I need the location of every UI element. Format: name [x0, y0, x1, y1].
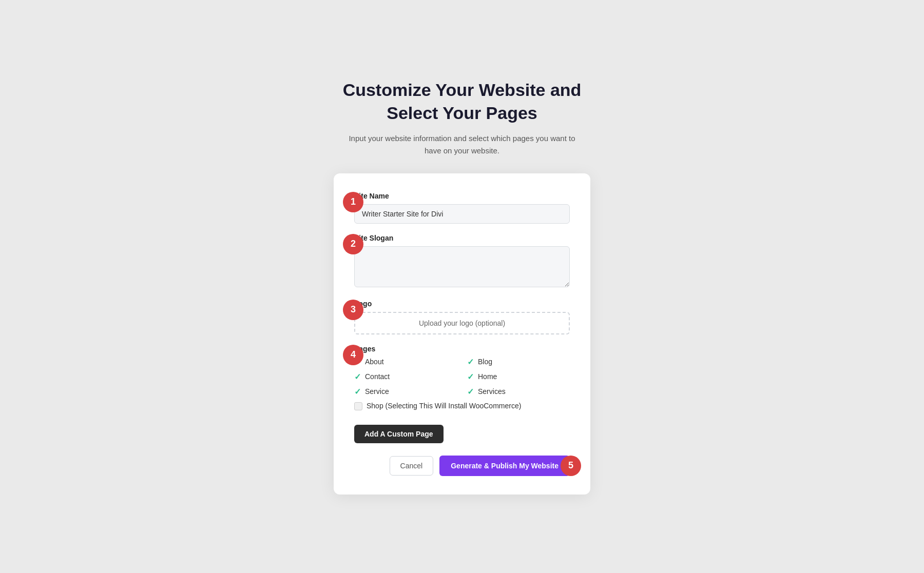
page-label-contact: Contact: [365, 372, 390, 381]
check-icon-home: ✓: [467, 372, 474, 382]
step-5-badge: 5: [561, 456, 581, 476]
check-icon-contact: ✓: [354, 372, 361, 382]
page-label-service: Service: [365, 387, 389, 396]
page-item-service[interactable]: ✓ Service: [354, 387, 457, 397]
form-footer: Cancel Generate & Publish My Website 5: [354, 456, 570, 476]
page-label-blog: Blog: [478, 358, 492, 366]
page-label-home: Home: [478, 372, 497, 381]
step-4-badge: 4: [343, 345, 363, 365]
page-item-contact[interactable]: ✓ Contact: [354, 372, 457, 382]
page-item-about[interactable]: ✓ About: [354, 357, 457, 367]
step-1-badge: 1: [343, 192, 363, 212]
logo-group: 3 Logo Upload your logo (optional): [354, 300, 570, 334]
page-label-shop: Shop (Selecting This Will Install WooCom…: [367, 402, 521, 410]
pages-section: 4 Pages ✓ About ✓ Blog ✓ Contact: [354, 345, 570, 410]
site-name-label: Site Name: [354, 192, 570, 200]
page-title: Customize Your Website and Select Your P…: [343, 78, 582, 124]
site-name-input[interactable]: [354, 204, 570, 224]
page-item-home[interactable]: ✓ Home: [467, 372, 570, 382]
add-custom-page-button[interactable]: Add A Custom Page: [354, 425, 444, 443]
site-slogan-group: 2 Site Slogan: [354, 234, 570, 289]
site-slogan-input[interactable]: [354, 246, 570, 287]
pages-label: Pages: [354, 345, 570, 353]
logo-label: Logo: [354, 300, 570, 308]
logo-upload-button[interactable]: Upload your logo (optional): [354, 312, 570, 334]
check-icon-service: ✓: [354, 387, 361, 397]
page-wrapper: Customize Your Website and Select Your P…: [0, 58, 924, 515]
checkbox-shop[interactable]: [354, 402, 362, 410]
page-item-shop[interactable]: Shop (Selecting This Will Install WooCom…: [354, 402, 570, 410]
step-3-badge: 3: [343, 300, 363, 320]
generate-publish-button[interactable]: Generate & Publish My Website: [439, 456, 570, 476]
page-label-about: About: [365, 358, 384, 366]
step-2-badge: 2: [343, 234, 363, 254]
check-icon-services: ✓: [467, 387, 474, 397]
cancel-button[interactable]: Cancel: [390, 456, 434, 476]
pages-grid: ✓ About ✓ Blog ✓ Contact ✓ Home: [354, 357, 570, 397]
page-item-blog[interactable]: ✓ Blog: [467, 357, 570, 367]
site-slogan-label: Site Slogan: [354, 234, 570, 242]
page-subtitle: Input your website information and selec…: [344, 132, 580, 157]
check-icon-blog: ✓: [467, 357, 474, 367]
site-name-group: 1 Site Name: [354, 192, 570, 224]
form-card: 1 Site Name 2 Site Slogan 3 Logo Upload …: [334, 173, 590, 495]
page-label-services: Services: [478, 387, 506, 396]
page-item-services[interactable]: ✓ Services: [467, 387, 570, 397]
